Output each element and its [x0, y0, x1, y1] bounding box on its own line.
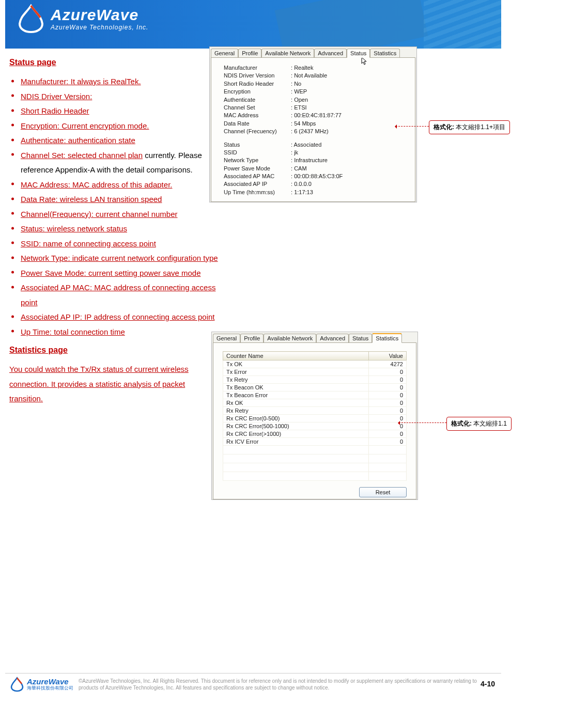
status-kv-row: Associated AP IP0.0.0.0 — [224, 180, 411, 188]
status-kv-row: StatusAssociated — [224, 141, 411, 149]
tab-general[interactable]: General — [211, 49, 238, 58]
status-list-item: MAC Address: MAC address of this adapter… — [9, 178, 221, 193]
status-kv-row: ManufacturerRealtek — [224, 64, 411, 72]
status-kv-row: Short Radio HeaderNo — [224, 80, 411, 88]
tab-status[interactable]: Status — [347, 49, 370, 58]
status-list-link[interactable]: Network Type: indicate current network c… — [21, 254, 218, 262]
table-row: Tx Beacon Error0 — [223, 391, 407, 399]
table-row: Rx OK0 — [223, 399, 407, 407]
status-list-item: Power Save Mode: current setting power s… — [9, 266, 221, 281]
tab-available-network[interactable]: Available Network — [264, 334, 316, 343]
status-list-link[interactable]: Associated AP IP: IP address of connecti… — [21, 312, 215, 321]
table-row: Tx Beacon OK0 — [223, 384, 407, 391]
tab-advanced[interactable]: Advanced — [314, 49, 347, 58]
table-row: Tx OK4272 — [223, 361, 407, 368]
brand-name: AzureWave — [51, 6, 148, 24]
status-kv-row: Up Time (hh:mm:ss)1:17:13 — [224, 189, 411, 196]
stats-col-name: Counter Name — [223, 352, 369, 361]
status-bullet-list: Manufacturer: It always is RealTek.NDIS … — [9, 74, 221, 339]
footer-brand-sub: 海華科技股份有限公司 — [27, 686, 73, 691]
status-list-link[interactable]: Status: wireless network status — [21, 224, 127, 233]
status-list-item: Associated AP MAC: MAC address of connec… — [9, 280, 221, 310]
statistics-table: Counter Name Value Tx OK4272Tx Error0Tx … — [223, 351, 407, 481]
table-row — [223, 446, 407, 455]
status-list-link[interactable]: Up Time: total connection time — [21, 327, 125, 336]
status-kv-row: AuthenticateOpen — [224, 96, 411, 104]
status-list-item: Authenticate: authentication state — [9, 133, 221, 148]
brand-tagline: AzureWave Technologies, Inc. — [51, 24, 148, 31]
table-row: Tx Error0 — [223, 368, 407, 376]
status-kv-row: SSIDjk — [224, 149, 411, 156]
header-banner: AzureWave AzureWave Technologies, Inc. — [5, 0, 501, 49]
stats-col-value: Value — [369, 352, 407, 361]
status-list-link[interactable]: Power Save Mode: current setting power s… — [21, 269, 201, 277]
status-kv-row: Power Save ModeCAM — [224, 165, 411, 173]
status-kv-row: Data Rate54 Mbps — [224, 120, 411, 128]
status-kv-row: Channel SetETSI — [224, 104, 411, 112]
status-list-link[interactable]: Authenticate: authentication state — [21, 136, 135, 145]
table-row: Rx ICV Error0 — [223, 438, 407, 446]
statistics-dialog: GeneralProfileAvailable NetworkAdvancedS… — [211, 332, 418, 500]
tab-general[interactable]: General — [213, 334, 240, 343]
status-kv-row: Network TypeInfrastructure — [224, 156, 411, 164]
status-list-link[interactable]: Channel(Frequency): current channel numb… — [21, 210, 178, 218]
status-list-link[interactable]: Data Rate: wireless LAN transition speed — [21, 195, 162, 203]
reset-button[interactable]: Reset — [359, 487, 407, 497]
tab-profile[interactable]: Profile — [238, 49, 261, 58]
status-list-item: Short Radio Header — [9, 104, 221, 119]
footer-legal-text: ©AzureWave Technologies, Inc. All Rights… — [79, 678, 481, 691]
status-list-item: Data Rate: wireless LAN transition speed — [9, 192, 221, 207]
footer-logo-icon — [9, 677, 25, 692]
tab-available-network[interactable]: Available Network — [261, 49, 314, 58]
status-list-item: Status: wireless network status — [9, 222, 221, 237]
table-row: Rx CRC Error(500-1000)0 — [223, 422, 407, 430]
status-list-item: Encryption: Current encryption mode. — [9, 119, 221, 134]
footer-brand-name: AzureWave — [27, 678, 73, 686]
tab-statistics[interactable]: Statistics — [372, 334, 402, 343]
status-kv-row: MAC Address00:E0:4C:81:87:77 — [224, 112, 411, 119]
status-list-item: Channel(Frequency): current channel numb… — [9, 207, 221, 222]
table-row — [223, 455, 407, 463]
table-row — [223, 463, 407, 472]
tab-status[interactable]: Status — [349, 334, 372, 343]
status-list-item: Network Type: indicate current network c… — [9, 251, 221, 266]
page-number: 4-10 — [481, 680, 497, 692]
status-list-item: SSID: name of connecting access point — [9, 237, 221, 252]
table-row: Tx Retry0 — [223, 376, 407, 384]
statistics-body-text: You could watch the Tx/Rx status of curr… — [9, 362, 211, 406]
page-footer: AzureWave 海華科技股份有限公司 ©AzureWave Technolo… — [5, 673, 501, 692]
status-list-link[interactable]: NDIS Driver Version: — [21, 92, 92, 101]
status-list-link[interactable]: SSID: name of connecting access point — [21, 239, 156, 248]
status-kv-row: NDIS Driver VersionNot Available — [224, 72, 411, 80]
tab-profile[interactable]: Profile — [240, 334, 264, 343]
status-dialog: GeneralProfileAvailable NetworkAdvancedS… — [209, 46, 417, 202]
table-row: Rx Retry0 — [223, 407, 407, 415]
format-callout-2: 格式化: 本文縮排1.1 — [446, 417, 512, 431]
callout-leader — [396, 126, 429, 127]
status-list-item: NDIS Driver Version: — [9, 89, 221, 104]
status-list-link[interactable]: MAC Address: MAC address of this adapter… — [21, 180, 172, 189]
status-kv-row: Associated AP MAC00:0D:88:A5:C3:0F — [224, 173, 411, 180]
callout-leader — [399, 422, 446, 423]
status-list-link[interactable]: Short Radio Header — [21, 106, 89, 115]
status-list-link[interactable]: Encryption: Current encryption mode. — [21, 121, 149, 130]
table-row: Rx CRC Error(0-500)0 — [223, 415, 407, 422]
status-kv-row: EncryptionWEP — [224, 88, 411, 96]
brand-logo: AzureWave AzureWave Technologies, Inc. — [16, 3, 148, 34]
table-row: Rx CRC Error(>1000)0 — [223, 430, 407, 438]
tab-statistics[interactable]: Statistics — [370, 49, 400, 58]
logo-icon — [16, 3, 47, 34]
status-list-item: Channel Set: selected channel plan curre… — [9, 148, 221, 178]
format-callout-1: 格式化: 本文縮排1.1+項目 — [429, 120, 510, 134]
status-list-link[interactable]: Associated AP MAC: MAC address of connec… — [21, 283, 215, 307]
status-list-item: Manufacturer: It always is RealTek. — [9, 74, 221, 89]
tab-advanced[interactable]: Advanced — [316, 334, 349, 343]
status-list-link[interactable]: Channel Set: selected channel plan — [21, 151, 143, 160]
status-list-item: Associated AP IP: IP address of connecti… — [9, 310, 221, 325]
status-list-link[interactable]: Manufacturer: It always is RealTek. — [21, 77, 141, 86]
table-row — [223, 472, 407, 481]
status-list-item: Up Time: total connection time — [9, 325, 221, 340]
status-kv-row: Channel (Frecuency)6 (2437 MHz) — [224, 128, 411, 135]
